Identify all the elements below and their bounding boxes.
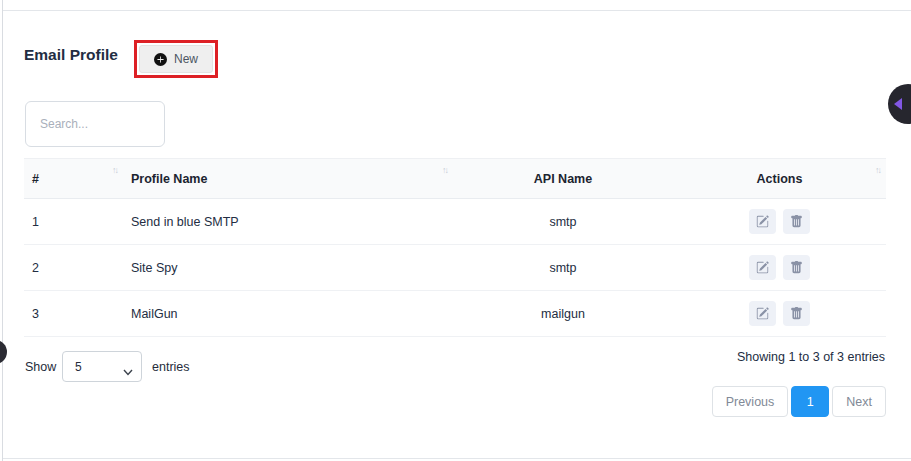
new-button-label: New (174, 52, 198, 66)
edit-button[interactable] (749, 209, 776, 234)
column-header-index[interactable]: # ↑↓ (24, 159, 123, 199)
new-button[interactable]: New (139, 45, 213, 73)
pagination: Previous 1 Next (712, 386, 886, 417)
edit-icon (756, 307, 769, 320)
row-profile-name: Send in blue SMTP (123, 199, 453, 245)
show-label: Show (25, 360, 56, 374)
table-row: 3 MailGun mailgun (24, 291, 886, 337)
edit-icon (756, 215, 769, 228)
column-header-profile-name[interactable]: Profile Name ↑↓ (123, 159, 453, 199)
row-profile-name: MailGun (123, 291, 453, 337)
column-header-api-name[interactable]: API Name (453, 159, 673, 199)
row-index: 1 (24, 199, 123, 245)
current-page-button[interactable]: 1 (791, 386, 829, 417)
row-api-name: smtp (453, 245, 673, 291)
sort-icon: ↑↓ (112, 165, 117, 175)
edit-button[interactable] (749, 255, 776, 280)
column-header-actions[interactable]: Actions ↑↓ (673, 159, 886, 199)
row-index: 2 (24, 245, 123, 291)
email-profile-page: Email Profile New # ↑↓ Profile Name ↑↓ (0, 0, 911, 461)
left-edge-widget-button[interactable] (0, 340, 7, 364)
row-actions (681, 291, 878, 336)
edit-button[interactable] (749, 301, 776, 326)
trash-icon (790, 261, 803, 274)
edit-icon (756, 261, 769, 274)
page-length-select[interactable]: 5 (62, 351, 142, 382)
delete-button[interactable] (783, 301, 810, 326)
row-api-name: mailgun (453, 291, 673, 337)
table-info-text: Showing 1 to 3 of 3 entries (737, 350, 885, 364)
sort-icon: ↑↓ (442, 165, 447, 175)
row-actions (681, 199, 878, 244)
row-profile-name: Site Spy (123, 245, 453, 291)
trash-icon (790, 307, 803, 320)
plus-circle-icon (154, 53, 167, 66)
bottom-border-divider (3, 458, 911, 459)
email-profile-table: # ↑↓ Profile Name ↑↓ API Name Actions ↑↓… (24, 158, 886, 337)
entries-label: entries (152, 360, 190, 374)
table-row: 1 Send in blue SMTP smtp (24, 199, 886, 245)
sort-icon: ↑↓ (875, 165, 880, 175)
settings-panel-toggle-button[interactable] (888, 84, 911, 124)
table-row: 2 Site Spy smtp (24, 245, 886, 291)
previous-page-button[interactable]: Previous (712, 386, 789, 417)
row-index: 3 (24, 291, 123, 337)
row-api-name: smtp (453, 199, 673, 245)
next-page-button[interactable]: Next (832, 386, 886, 417)
delete-button[interactable] (783, 255, 810, 280)
table-header-row: # ↑↓ Profile Name ↑↓ API Name Actions ↑↓ (24, 159, 886, 199)
row-actions (681, 245, 878, 290)
highlight-box: New (134, 40, 218, 78)
left-border-divider (2, 0, 3, 461)
search-input[interactable] (25, 101, 165, 147)
page-title: Email Profile (24, 46, 118, 64)
top-border-divider (3, 10, 911, 11)
trash-icon (790, 215, 803, 228)
arrow-left-icon (894, 98, 902, 110)
delete-button[interactable] (783, 209, 810, 234)
